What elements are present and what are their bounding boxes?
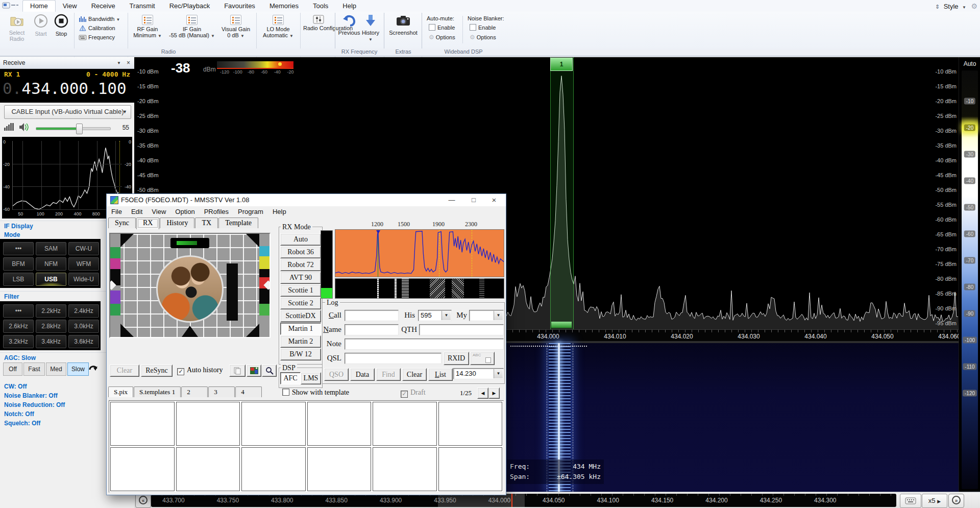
filter-32khz[interactable]: 3.2kHz [3, 335, 34, 348]
filter-36khz[interactable]: 3.6kHz [68, 335, 99, 348]
auto-mute-options-button[interactable]: ⚙Options [429, 34, 455, 41]
stock-picture-slot[interactable] [438, 447, 503, 491]
zoom-level-button[interactable]: x5 ▶ [922, 494, 947, 508]
frequency-button[interactable]: Frequency [79, 33, 115, 42]
legend-tick[interactable]: -30 [964, 151, 975, 158]
page-prev-button[interactable]: ◀ [477, 388, 488, 399]
speaker-icon[interactable] [18, 122, 30, 132]
agc-fast[interactable]: Fast [23, 362, 45, 376]
mmsstv-tab-sync[interactable]: Sync [108, 217, 136, 228]
legend-tick[interactable]: -50 [964, 204, 975, 211]
status-squelch[interactable]: Squelch: Off [4, 420, 40, 427]
stock-picture-slot[interactable] [438, 402, 503, 446]
filter-28khz[interactable]: 2.8kHz [36, 320, 66, 333]
filter-26khz[interactable]: 2.6kHz [3, 320, 34, 333]
menu-view[interactable]: View [147, 206, 170, 217]
stock-picture-slot[interactable] [373, 402, 437, 446]
receive-panel-header[interactable]: Receive ▼ × [0, 57, 134, 69]
dsp-lms[interactable]: LMS [301, 372, 321, 384]
ribbon-tab-rec-playback[interactable]: Rec/Playback [162, 1, 217, 12]
stock-picture-slot[interactable] [176, 447, 240, 491]
qth-input[interactable] [419, 324, 504, 335]
ribbon-tab-tools[interactable]: Tools [306, 1, 335, 12]
frequency-readout[interactable]: 0.434.000.100 [3, 79, 127, 98]
rxmode-scottie-1[interactable]: Scottie 1 [280, 284, 321, 297]
minimize-button[interactable]: — [442, 194, 462, 206]
log-find-button[interactable]: Find [376, 368, 401, 381]
legend-tick[interactable]: -40 [964, 178, 975, 184]
band-strip[interactable]: 433.700433.750433.800433.850433.900433.9… [151, 494, 896, 507]
ribbon-tab-receive[interactable]: Receive [84, 1, 122, 12]
menu-edit[interactable]: Edit [127, 206, 147, 217]
close-icon[interactable]: × [127, 57, 130, 69]
filter-34khz[interactable]: 3.4kHz [36, 335, 66, 348]
rxmode-robot-36[interactable]: Robot 36 [280, 246, 321, 258]
mmsstv-tab-history[interactable]: History [160, 217, 194, 228]
agc-med[interactable]: Med [46, 362, 66, 376]
previous-button[interactable]: Previous [338, 14, 360, 36]
radio-configuration-button[interactable]: Radio Configuration [303, 15, 334, 31]
legend-tick[interactable]: -90 [964, 310, 975, 317]
mmsstv-tab-tx[interactable]: TX [195, 217, 218, 228]
menu-profiles[interactable]: PRofiles [200, 206, 233, 217]
mode-lsb[interactable]: LSB [3, 273, 34, 286]
visual-gain-button[interactable]: Visual Gain 0 dB ▼ [219, 15, 252, 38]
page-next-button[interactable]: ▶ [488, 388, 500, 399]
rf-gain-button[interactable]: RF Gain Minimum ▼ [132, 15, 163, 38]
menu-file[interactable]: File [107, 206, 127, 217]
log-qso-button[interactable]: QSO [324, 368, 349, 381]
mmsstv-titlebar[interactable]: F5OEO (F5OEO.MDT) - MMSSTV Ver 1.08 — □ … [107, 194, 506, 207]
legend-tick[interactable]: -110 [963, 364, 976, 370]
log-data-button[interactable]: Data [350, 368, 375, 381]
his-select[interactable]: 595▼ [418, 310, 452, 321]
volume-slider[interactable] [36, 127, 111, 130]
agc-off[interactable]: Off [3, 362, 22, 376]
log-list-button[interactable]: List [428, 368, 453, 381]
lo-mode-button[interactable]: LO Mode Automatic ▼ [260, 15, 296, 38]
filter-24khz[interactable]: 2.4kHz [68, 304, 99, 318]
rxmode-robot-72[interactable]: Robot 72 [280, 259, 321, 271]
filter-[interactable]: ••• [3, 304, 34, 318]
legend-tick[interactable]: -60 [964, 231, 975, 237]
filter-22khz[interactable]: 2.2kHz [36, 304, 66, 318]
legend-tick[interactable]: -20 [964, 125, 975, 131]
resync-button[interactable]: ReSync [141, 365, 173, 377]
status-noise-reduction[interactable]: Noise Reduction: Off [4, 401, 65, 408]
screenshot-button[interactable]: Screenshot [387, 14, 420, 36]
band-scroll-right-button[interactable]: » [948, 494, 964, 508]
volume-handle[interactable] [76, 124, 83, 134]
agc-slow[interactable]: Slow [67, 362, 89, 376]
noise-blanker-enable-checkbox[interactable]: Enable [470, 24, 496, 31]
picture-button[interactable] [247, 365, 261, 377]
filter-30khz[interactable]: 3.0kHz [68, 320, 99, 333]
mmsstv-tab-rx[interactable]: RX [136, 217, 159, 229]
abc-decode-button[interactable]: ABC [470, 352, 495, 365]
auto-history-checkbox[interactable]: ✓Auto history [177, 366, 223, 375]
rxmode-scottie-2[interactable]: Scottie 2 [280, 297, 321, 309]
menu-help[interactable]: Help [268, 206, 291, 217]
pix-tab-4[interactable]: 4 [235, 386, 262, 397]
stock-picture-slot[interactable] [241, 402, 306, 446]
rxmode-martin-2[interactable]: Martin 2 [280, 335, 321, 348]
legend-tick[interactable]: -120 [963, 390, 977, 397]
rxmode-martin-1[interactable]: Martin 1 [280, 323, 321, 335]
noise-blanker-options-button[interactable]: ⚙Options [470, 34, 496, 41]
calibration-button[interactable]: Calibration [79, 23, 115, 33]
style-switcher[interactable]: ⇕ Style ▼ ⚙ [935, 2, 977, 11]
log-clear-button[interactable]: Clear [402, 368, 427, 381]
my-select[interactable]: ▼ [469, 310, 504, 321]
if-gain-button[interactable]: IF Gain -55 dB (Manual) ▼ [166, 15, 217, 38]
auto-mute-enable-checkbox[interactable]: Enable [429, 24, 455, 31]
legend-auto-label[interactable]: Auto [959, 60, 980, 67]
stock-picture-slot[interactable] [373, 447, 437, 491]
mmsstv-tab-template[interactable]: Template [218, 217, 258, 228]
dsp-afc[interactable]: AFC [280, 372, 301, 384]
status-noise-blanker[interactable]: Noise Blanker: Off [4, 392, 58, 399]
mode-usb[interactable]: USB [36, 273, 66, 286]
name-input[interactable] [345, 324, 399, 335]
rxmode-avt-90[interactable]: AVT 90 [280, 272, 321, 284]
levels-icon[interactable] [4, 123, 15, 133]
sstv-spectrum[interactable] [335, 229, 504, 277]
pix-tab-3[interactable]: 3 [208, 386, 235, 397]
menu-option[interactable]: Option [170, 206, 199, 217]
